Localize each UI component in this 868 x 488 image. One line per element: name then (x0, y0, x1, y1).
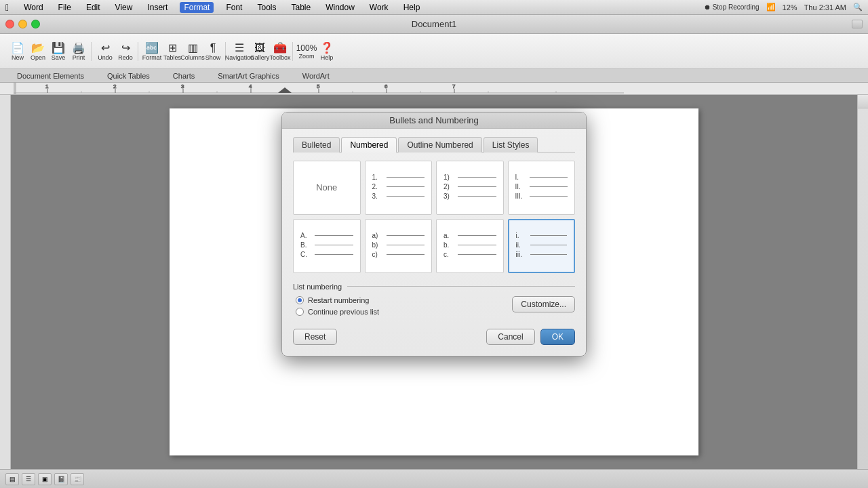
continue-list-row[interactable]: Continue previous list (296, 308, 512, 316)
save-button[interactable]: 💾Save (49, 42, 68, 61)
menubar-word[interactable]: Word (21, 3, 45, 12)
restart-label: Restart numbering (308, 296, 370, 304)
list-style-grid: None 1. 2. 3. 1) 2) 3) I. II. (293, 161, 575, 273)
menubar-table[interactable]: Table (288, 3, 313, 12)
ruler: 1 2 3 4 5 6 7 (0, 83, 868, 95)
zoom-button[interactable]: 100% Zoom (297, 42, 316, 61)
gallery-button[interactable]: 🖼Gallery (250, 42, 269, 61)
tab-quick-tables[interactable]: Quick Tables (96, 69, 161, 82)
tab-charts[interactable]: Charts (161, 69, 206, 82)
clock: Thu 2:31 AM (804, 3, 846, 12)
menubar-edit[interactable]: Edit (83, 3, 103, 12)
print-button[interactable]: 🖨️Print (69, 42, 88, 61)
menubar-tools[interactable]: Tools (254, 3, 279, 12)
spotlight-icon[interactable]: 🔍 (853, 3, 863, 12)
tables-button[interactable]: ⊞Tables (163, 42, 182, 61)
menubar-view[interactable]: View (113, 3, 136, 12)
redo-button[interactable]: ↪Redo (116, 42, 135, 61)
show-button[interactable]: ¶Show (203, 42, 222, 61)
list-cell-alpha-upper[interactable]: A. B. C. (293, 219, 361, 273)
list-row: 1) (443, 174, 496, 181)
list-cell-alpha-lower-dot[interactable]: a. b. c. (436, 219, 504, 273)
menubar-font[interactable]: Font (223, 3, 245, 12)
maximize-button[interactable] (31, 20, 40, 28)
tab-numbered[interactable]: Numbered (341, 137, 397, 152)
list-row: 2) (443, 183, 496, 190)
ruler-content: 1 2 3 4 5 6 7 (14, 83, 865, 94)
list-row: c. (443, 251, 496, 258)
list-cell-alpha-lower-paren[interactable]: a) b) c) (365, 219, 433, 273)
continue-label: Continue previous list (308, 308, 379, 316)
close-button[interactable] (5, 20, 14, 28)
svg-text:5: 5 (317, 83, 320, 89)
menubar-right: ⏺ Stop Recording 📶 12% Thu 2:31 AM 🔍 (704, 3, 863, 12)
main-toolbar: 📄New 📂Open 💾Save 🖨️Print ↩Undo ↪Redo 🔤Fo… (0, 34, 868, 69)
normal-view-btn[interactable]: ▤ (5, 473, 19, 485)
tab-smartart[interactable]: SmartArt Graphics (206, 69, 290, 82)
dialog-footer: Reset Cancel OK (293, 329, 575, 345)
toolbox-button[interactable]: 🧰Toolbox (271, 42, 290, 61)
columns-button[interactable]: ▥Columns (183, 42, 202, 61)
list-row: II. (515, 183, 568, 190)
svg-text:1: 1 (45, 83, 49, 89)
stop-recording-btn[interactable]: ⏺ Stop Recording (704, 3, 760, 11)
list-numbering-inner: Restart numbering Continue previous list… (293, 296, 575, 319)
menubar-insert[interactable]: Insert (144, 3, 170, 12)
undo-button[interactable]: ↩Undo (96, 42, 115, 61)
radio-group: Restart numbering Continue previous list (293, 296, 512, 319)
menubar-help[interactable]: Help (401, 3, 423, 12)
print-layout-btn[interactable]: ▣ (38, 473, 52, 485)
toolbar-group-zoom: 100% Zoom ❓Help (294, 42, 339, 61)
menubar-file[interactable]: File (56, 3, 74, 12)
list-row: 3. (372, 192, 425, 200)
continue-radio[interactable] (296, 308, 304, 316)
list-row: a. (443, 232, 496, 239)
menubar-window[interactable]: Window (323, 3, 357, 12)
wifi-icon: 📶 (766, 3, 776, 12)
window-controls (5, 20, 40, 28)
tab-document-elements[interactable]: Document Elements (5, 69, 96, 82)
open-button[interactable]: 📂Open (28, 42, 47, 61)
list-row: I. (515, 174, 568, 181)
ribbon-tabs: Document Elements Quick Tables Charts Sm… (0, 69, 868, 83)
list-numbering-section: List numbering Restart numbering Continu… (293, 283, 575, 319)
navigation-button[interactable]: ☰Navigation (230, 42, 249, 61)
bottom-bar: ▤ ☰ ▣ 📓 📰 (0, 469, 868, 488)
outline-view-btn[interactable]: ☰ (22, 473, 35, 485)
publishing-view-btn[interactable]: 📰 (71, 473, 84, 485)
tab-wordart[interactable]: WordArt (291, 69, 341, 82)
list-cell-roman-lower[interactable]: i. ii. iii. (508, 219, 576, 273)
list-cell-numeric-dot[interactable]: 1. 2. 3. (365, 161, 433, 215)
title-bar: Document1 (0, 15, 868, 34)
svg-text:4: 4 (249, 83, 252, 89)
list-row: 1. (372, 174, 425, 181)
dialog-title: Bullets and Numbering (389, 115, 479, 125)
collapse-button[interactable] (852, 20, 863, 28)
notebook-view-btn[interactable]: 📓 (54, 473, 68, 485)
menubar-format[interactable]: Format (180, 2, 214, 13)
list-cell-none[interactable]: None (293, 161, 361, 215)
svg-text:3: 3 (181, 83, 184, 89)
svg-text:2: 2 (113, 83, 117, 89)
menubar-work[interactable]: Work (367, 3, 391, 12)
ok-button[interactable]: OK (540, 329, 575, 345)
cancel-button[interactable]: Cancel (486, 329, 534, 345)
tab-bulleted[interactable]: Bulleted (293, 137, 340, 152)
list-cell-roman-upper[interactable]: I. II. III. (508, 161, 576, 215)
minimize-button[interactable] (18, 20, 27, 28)
scrollbar[interactable] (857, 95, 868, 469)
restart-radio[interactable] (296, 296, 304, 304)
apple-menu[interactable]:  (5, 2, 9, 13)
customize-button[interactable]: Customize... (512, 296, 575, 312)
format-button[interactable]: 🔤Format (142, 42, 161, 61)
list-cell-numeric-paren[interactable]: 1) 2) 3) (436, 161, 504, 215)
tab-list-styles[interactable]: List Styles (484, 137, 538, 152)
list-row: b. (443, 241, 496, 249)
new-button[interactable]: 📄New (8, 42, 27, 61)
help-button[interactable]: ❓Help (317, 42, 336, 61)
list-row: A. (300, 232, 353, 239)
list-row: III. (515, 192, 568, 200)
tab-outline-numbered[interactable]: Outline Numbered (398, 137, 481, 152)
reset-button[interactable]: Reset (293, 329, 337, 345)
restart-numbering-row[interactable]: Restart numbering (296, 296, 512, 304)
